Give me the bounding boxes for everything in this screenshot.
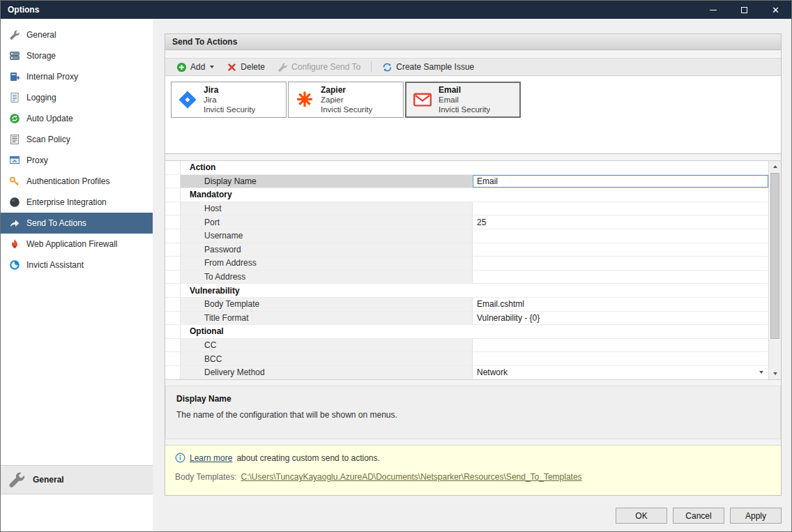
sidebar-item-storage[interactable]: Storage bbox=[1, 45, 153, 66]
sidebar-item-logging[interactable]: Logging bbox=[1, 87, 153, 108]
propgrid-row-label[interactable]: Password bbox=[181, 243, 473, 257]
window-minimize-button[interactable] bbox=[697, 1, 729, 19]
propgrid-row-value[interactable]: Email.cshtml bbox=[473, 298, 768, 311]
propgrid-row-gutter bbox=[165, 366, 181, 379]
propgrid-row-label[interactable]: Delivery Method bbox=[181, 366, 473, 379]
propgrid-row-value[interactable] bbox=[473, 202, 768, 215]
propgrid-row-label[interactable]: BCC bbox=[181, 352, 473, 365]
sidebar-list: GeneralStorageInternal ProxyLoggingAuto … bbox=[1, 24, 153, 275]
propgrid-row-value[interactable] bbox=[473, 339, 768, 352]
sidebar-item-web-application-firewall[interactable]: Web Application Firewall bbox=[1, 234, 153, 254]
configure-send-to-label: Configure Send To bbox=[291, 62, 360, 72]
sidebar-item-general[interactable]: General bbox=[1, 24, 153, 45]
propgrid-row-gutter bbox=[165, 243, 181, 257]
window-controls: ✕ bbox=[697, 1, 791, 19]
propgrid-category-label: Optional bbox=[181, 325, 768, 338]
app-body: GeneralStorageInternal ProxyLoggingAuto … bbox=[1, 19, 791, 531]
propgrid-row-label[interactable]: Display Name bbox=[181, 175, 473, 188]
propgrid-row-value[interactable] bbox=[473, 352, 768, 365]
card-subtitle: Email bbox=[439, 95, 490, 105]
sidebar-item-label: Invicti Assistant bbox=[26, 260, 84, 270]
create-sample-issue-button[interactable]: Create Sample Issue bbox=[376, 60, 480, 75]
learn-more-link[interactable]: Learn more bbox=[190, 453, 232, 463]
propgrid-row-gutter bbox=[165, 215, 181, 229]
propgrid-row-gutter bbox=[165, 202, 181, 215]
propgrid-row-value[interactable] bbox=[473, 257, 768, 270]
description-panel: Display Name The name of the configurati… bbox=[165, 386, 781, 439]
apply-button[interactable]: Apply bbox=[730, 508, 782, 524]
cancel-button[interactable]: Cancel bbox=[673, 508, 724, 524]
vertical-scrollbar[interactable] bbox=[768, 161, 781, 379]
propgrid-row-label[interactable]: Title Format bbox=[181, 312, 473, 325]
assistant-icon bbox=[9, 259, 20, 271]
sidebar-footer-general[interactable]: General bbox=[1, 465, 153, 494]
sidebar-item-label: General bbox=[26, 30, 56, 40]
propgrid-row-value[interactable]: Network bbox=[473, 366, 768, 379]
scrollbar-down-arrow-icon[interactable] bbox=[769, 368, 781, 379]
property-grid: ActionDisplay NameEmailMandatoryHostPort… bbox=[165, 160, 781, 380]
jira-logo-icon bbox=[178, 90, 197, 109]
sidebar-item-proxy[interactable]: Proxy bbox=[1, 150, 153, 171]
card-vendor: Invicti Security bbox=[439, 105, 490, 114]
sidebar-item-scan-policy[interactable]: Scan Policy bbox=[1, 129, 153, 150]
storage-icon bbox=[9, 50, 20, 61]
sidebar-item-enterprise-integration[interactable]: Enterprise Integration bbox=[1, 192, 153, 213]
propgrid-row-label[interactable]: Username bbox=[181, 229, 473, 243]
propgrid-row-host: Host bbox=[165, 202, 768, 216]
card-subtitle: Zapier bbox=[321, 95, 372, 105]
propgrid-row-label[interactable]: Body Template bbox=[181, 298, 473, 311]
propgrid-category-label: Vulnerability bbox=[181, 284, 768, 297]
sidebar-item-internal-proxy[interactable]: Internal Proxy bbox=[1, 66, 153, 87]
propgrid-row-label[interactable]: To Address bbox=[181, 271, 473, 284]
sidebar-footer-label: General bbox=[33, 475, 64, 485]
configure-send-to-button[interactable]: Configure Send To bbox=[272, 60, 366, 75]
sidebar-item-send-to-actions[interactable]: Send To Actions bbox=[1, 213, 153, 234]
wrench-icon bbox=[8, 471, 26, 489]
sidebar-item-label: Internal Proxy bbox=[26, 72, 78, 82]
sidebar-item-authentication-profiles[interactable]: Authentication Profiles bbox=[1, 171, 153, 192]
scrollbar-thumb[interactable] bbox=[770, 173, 779, 339]
propgrid-row-from-address: From Address bbox=[165, 257, 768, 271]
propgrid-row-label[interactable]: Host bbox=[181, 202, 473, 215]
propgrid-row-value[interactable]: Email bbox=[473, 175, 768, 188]
propgrid-row-value[interactable]: Vulnerability - {0} bbox=[473, 312, 768, 325]
send-to-card-email[interactable]: EmailEmailInvicti Security bbox=[405, 82, 521, 118]
key-icon bbox=[9, 176, 20, 187]
sidebar-item-label: Auto Update bbox=[26, 114, 73, 123]
propgrid-row-label[interactable]: CC bbox=[181, 339, 473, 352]
propgrid-row-gutter bbox=[165, 175, 181, 188]
propgrid-row-bcc: BCC bbox=[165, 352, 768, 366]
scan-policy-icon bbox=[9, 134, 20, 145]
card-text: ZapierZapierInvicti Security bbox=[321, 85, 372, 115]
scrollbar-up-arrow-icon[interactable] bbox=[769, 161, 781, 172]
send-to-card-zapier[interactable]: ZapierZapierInvicti Security bbox=[288, 82, 404, 118]
delete-button[interactable]: Delete bbox=[221, 60, 271, 75]
learn-more-line: Learn more about creating custom send to… bbox=[175, 453, 771, 463]
propgrid-row-value[interactable] bbox=[473, 243, 768, 257]
chevron-down-icon bbox=[210, 66, 214, 68]
body-templates-path-link[interactable]: C:\Users\TuncayKayaoglu.AzureAD\Document… bbox=[241, 472, 582, 482]
send-to-card-jira[interactable]: JiraJiraInvicti Security bbox=[171, 82, 287, 118]
sidebar-item-invicti-assistant[interactable]: Invicti Assistant bbox=[1, 254, 153, 275]
propgrid-row-label[interactable]: From Address bbox=[181, 257, 473, 270]
delete-x-icon bbox=[227, 62, 237, 73]
card-vendor: Invicti Security bbox=[204, 105, 255, 114]
add-plus-icon bbox=[176, 62, 187, 73]
sidebar-item-auto-update[interactable]: Auto Update bbox=[1, 108, 153, 129]
propgrid-row-value[interactable]: 25 bbox=[473, 215, 768, 229]
dropdown-arrow-icon[interactable] bbox=[756, 367, 766, 378]
sidebar-item-label: Scan Policy bbox=[26, 135, 70, 144]
sidebar: GeneralStorageInternal ProxyLoggingAuto … bbox=[1, 19, 153, 531]
propgrid-category-mandatory: Mandatory bbox=[165, 188, 768, 202]
propgrid-row-value[interactable] bbox=[473, 271, 768, 284]
propgrid-row-value[interactable] bbox=[473, 229, 768, 243]
propgrid-row-body-template: Body TemplateEmail.cshtml bbox=[165, 298, 768, 312]
configure-wrench-icon bbox=[277, 62, 288, 73]
sidebar-item-label: Proxy bbox=[26, 155, 48, 165]
propgrid-row-gutter bbox=[165, 298, 181, 311]
window-maximize-button[interactable] bbox=[729, 1, 760, 19]
window-close-button[interactable]: ✕ bbox=[760, 1, 791, 19]
add-button[interactable]: Add bbox=[171, 60, 220, 75]
propgrid-row-label[interactable]: Port bbox=[181, 215, 473, 229]
ok-button[interactable]: OK bbox=[616, 508, 667, 524]
